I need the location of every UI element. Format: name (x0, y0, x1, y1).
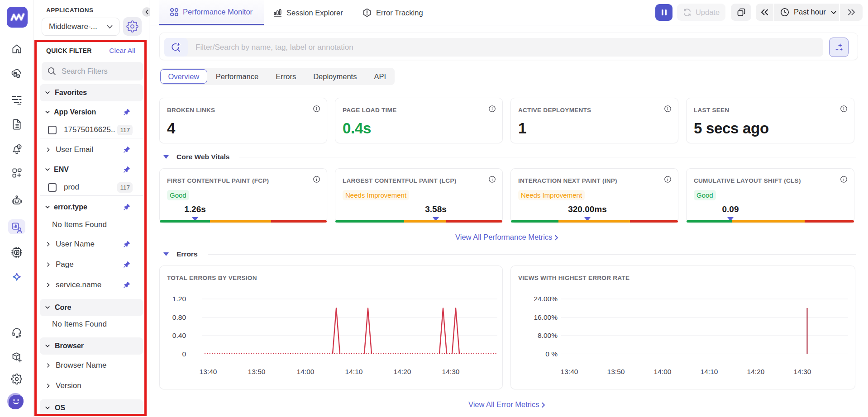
svg-text:0 %: 0 % (545, 350, 558, 358)
svg-text:14:30: 14:30 (794, 368, 811, 375)
svg-text:24.00%: 24.00% (534, 295, 558, 303)
svg-text:16.00%: 16.00% (534, 313, 558, 321)
svg-text:0: 0 (182, 350, 186, 358)
svg-text:1.20: 1.20 (172, 295, 186, 303)
svg-text:14:20: 14:20 (394, 368, 411, 375)
svg-text:0.80: 0.80 (172, 313, 186, 321)
svg-text:14:10: 14:10 (345, 368, 363, 375)
svg-text:13:40: 13:40 (200, 368, 217, 375)
svg-text:8.00%: 8.00% (538, 332, 558, 339)
svg-text:13:50: 13:50 (607, 368, 625, 375)
svg-text:14:00: 14:00 (297, 368, 315, 375)
svg-text:0.40: 0.40 (172, 332, 186, 339)
svg-text:14:30: 14:30 (442, 368, 460, 375)
svg-text:14:10: 14:10 (701, 368, 718, 375)
svg-text:13:50: 13:50 (248, 368, 266, 375)
svg-text:13:40: 13:40 (561, 368, 578, 375)
svg-text:14:20: 14:20 (747, 368, 765, 375)
svg-text:14:00: 14:00 (654, 368, 672, 375)
